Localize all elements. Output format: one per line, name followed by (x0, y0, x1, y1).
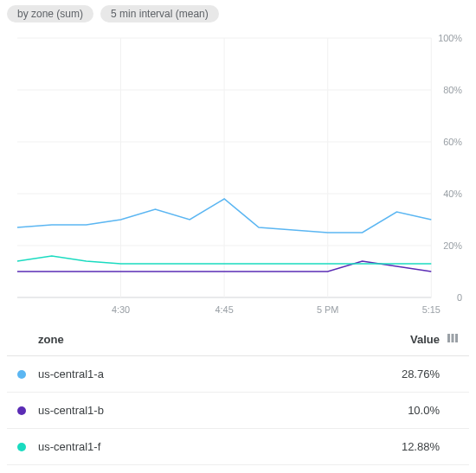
svg-text:5 PM: 5 PM (317, 304, 338, 315)
zone-value: 28.76% (362, 368, 440, 380)
series-color-dot (17, 443, 26, 451)
svg-text:0: 0 (457, 292, 462, 303)
columns-icon[interactable] (440, 332, 459, 347)
svg-text:4:30: 4:30 (112, 304, 130, 315)
table-row[interactable]: us-central1-b10.0% (7, 393, 469, 429)
table-row[interactable]: us-central1-a28.76% (7, 356, 469, 393)
table-header: zone Value (7, 323, 469, 356)
series-color-dot (17, 370, 26, 379)
svg-text:20%: 20% (443, 240, 462, 251)
legend-table: zone Value us-central1-a28.76%us-central… (7, 323, 469, 465)
chip-interval[interactable]: 5 min interval (mean) (100, 5, 219, 22)
zone-name: us-central1-b (38, 404, 362, 417)
zone-name: us-central1-f (38, 440, 362, 453)
svg-rect-23 (455, 334, 458, 342)
header-zone[interactable]: zone (17, 333, 362, 346)
svg-text:60%: 60% (443, 137, 462, 147)
filter-chips: by zone (sum) 5 min interval (mean) (7, 5, 469, 22)
header-value[interactable]: Value (362, 333, 440, 346)
chart: 20%40%60%80%100%04:304:455 PM5:15 (10, 26, 466, 320)
svg-text:100%: 100% (438, 33, 462, 43)
chip-by-zone[interactable]: by zone (sum) (7, 5, 93, 22)
svg-text:80%: 80% (443, 85, 462, 95)
svg-text:40%: 40% (443, 189, 462, 199)
zone-value: 10.0% (362, 404, 440, 417)
zone-name: us-central1-a (38, 368, 362, 380)
svg-rect-22 (452, 334, 454, 342)
line-chart-svg: 20%40%60%80%100%04:304:455 PM5:15 (10, 26, 466, 320)
svg-rect-21 (447, 334, 450, 342)
series-color-dot (17, 406, 26, 415)
table-row[interactable]: us-central1-f12.88% (7, 429, 469, 465)
zone-value: 12.88% (362, 440, 440, 453)
svg-text:4:45: 4:45 (215, 304, 234, 315)
svg-text:5:15: 5:15 (422, 304, 441, 315)
